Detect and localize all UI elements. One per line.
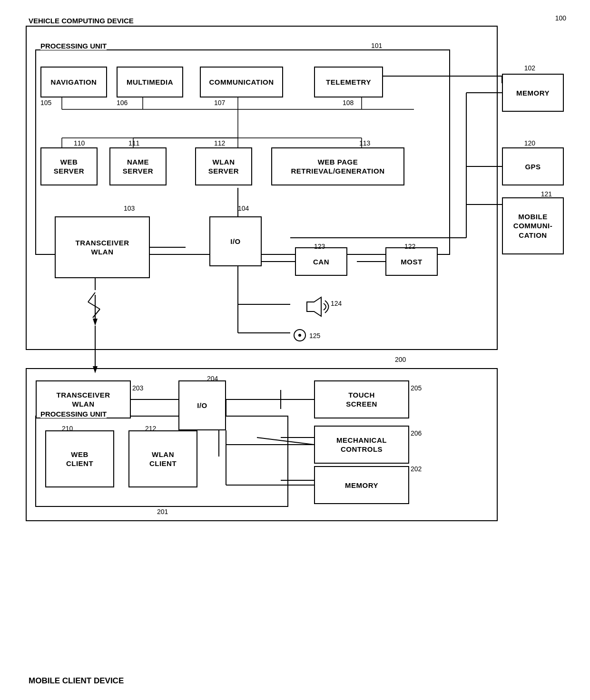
diagram: 100 VEHICLE COMPUTING DEVICE PROCESSING … [0, 0, 590, 700]
speaker-icon [305, 295, 333, 321]
ref-106: 106 [117, 99, 128, 107]
microphone-icon [293, 328, 307, 344]
ref-104: 104 [238, 204, 249, 212]
ref-108: 108 [343, 99, 354, 107]
gps-box: GPS [502, 147, 564, 185]
ref-101: 101 [371, 42, 382, 49]
io-top-box: I/O [209, 216, 262, 266]
name-server-box: NAME SERVER [109, 147, 167, 185]
ref-204: 204 [207, 375, 218, 382]
processing-unit-top-label: PROCESSING UNIT [40, 42, 107, 50]
ref-100: 100 [555, 14, 566, 22]
ref-112: 112 [214, 139, 225, 147]
ref-113: 113 [359, 139, 370, 147]
ref-125: 125 [309, 332, 320, 340]
connector-lines [0, 0, 590, 700]
ref-102: 102 [524, 64, 535, 72]
bottom-connector-lines [0, 0, 590, 700]
mobile-client-device-label: MOBILE CLIENT DEVICE [29, 676, 124, 686]
ref-122: 122 [404, 243, 415, 250]
wlan-client-box: WLAN CLIENT [128, 430, 197, 487]
svg-marker-22 [93, 319, 98, 326]
svg-line-23 [88, 292, 95, 302]
svg-line-55 [257, 438, 314, 445]
navigation-box: NAVIGATION [40, 67, 107, 97]
ref-103: 103 [124, 204, 135, 212]
ref-205: 205 [411, 384, 422, 392]
touch-screen-box: TOUCH SCREEN [314, 380, 409, 418]
most-box: MOST [385, 247, 438, 276]
telemetry-box: TELEMETRY [314, 67, 383, 97]
ref-124: 124 [331, 300, 342, 307]
ref-110: 110 [74, 139, 85, 147]
multimedia-box: MULTIMEDIA [117, 67, 183, 97]
communication-box: COMMUNICATION [200, 67, 283, 97]
can-box: CAN [295, 247, 347, 276]
ref-120: 120 [524, 139, 535, 147]
mechanical-controls-box: MECHANICAL CONTROLS [314, 426, 409, 464]
ref-206: 206 [411, 429, 422, 437]
ref-121: 121 [541, 190, 552, 198]
ref-201: 201 [157, 508, 168, 515]
ref-111: 111 [128, 139, 139, 147]
ref-123: 123 [314, 243, 325, 250]
svg-marker-27 [93, 366, 98, 373]
ref-212: 212 [145, 425, 156, 432]
ref-203: 203 [132, 384, 143, 392]
svg-line-25 [93, 309, 100, 318]
web-client-box: WEB CLIENT [45, 430, 114, 487]
svg-point-52 [298, 334, 301, 337]
svg-line-24 [88, 302, 100, 309]
svg-marker-50 [307, 297, 321, 316]
memory-bottom-box: MEMORY [314, 466, 409, 504]
ref-200: 200 [395, 356, 406, 363]
ref-202: 202 [411, 465, 422, 473]
ref-210: 210 [62, 425, 73, 432]
processing-unit-bottom-label: PROCESSING UNIT [40, 410, 107, 418]
ref-105: 105 [40, 99, 51, 107]
mobile-comm-box: MOBILE COMMUNI- CATION [502, 197, 564, 254]
transceiver-wlan-top-box: TRANSCEIVER WLAN [55, 216, 150, 278]
memory-top-box: MEMORY [502, 74, 564, 112]
web-page-box: WEB PAGE RETRIEVAL/GENERATION [271, 147, 404, 185]
web-server-box: WEB SERVER [40, 147, 98, 185]
wlan-server-box: WLAN SERVER [195, 147, 252, 185]
io-bottom-box: I/O [178, 380, 226, 430]
ref-107: 107 [214, 99, 225, 107]
vehicle-computing-device-label: VEHICLE COMPUTING DEVICE [29, 17, 134, 25]
